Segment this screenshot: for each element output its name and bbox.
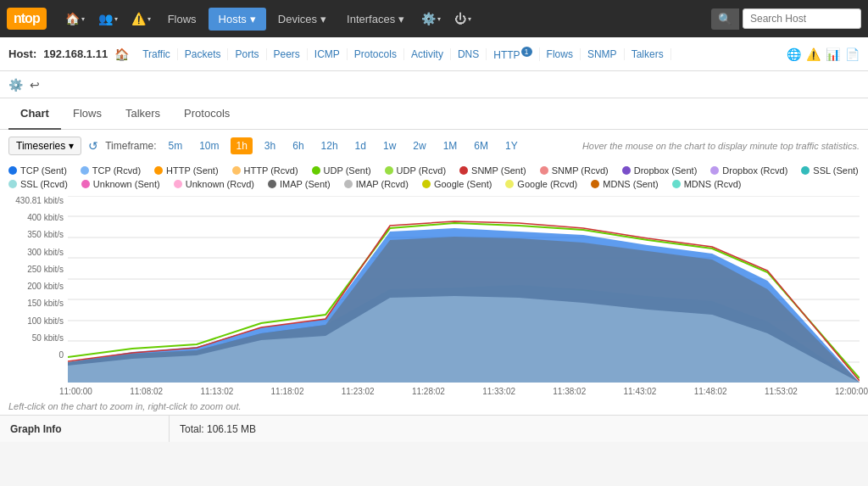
chart-svg-container[interactable] [68,196,860,385]
time-btn-6h[interactable]: 6h [287,137,309,154]
gear-icon[interactable]: ⚙️ [8,78,23,92]
x-axis-labels: 11:00:0011:08:0211:13:0211:18:0211:23:02… [59,385,868,398]
search-button[interactable]: 🔍 [711,8,739,30]
host-nav-packets[interactable]: Packets [178,48,229,60]
graph-info-value: Total: 106.15 MB [170,423,266,435]
nav-flows-link[interactable]: Flows [159,8,205,31]
x-axis-label: 11:33:02 [482,387,515,396]
time-btn-2w[interactable]: 2w [408,137,431,154]
host-nav-talkers[interactable]: Talkers [625,48,671,60]
chart-hint: Hover the mouse on the chart to display … [582,141,860,151]
legend-item: SNMP (Sent) [459,165,526,176]
x-axis-label: 11:38:02 [553,387,586,396]
chart-area[interactable]: 430.81 kbit/s400 kbit/s350 kbit/s300 kbi… [0,196,868,385]
legend-item: UDP (Sent) [312,165,371,176]
chart-icon[interactable]: 📊 [826,47,840,61]
search-input[interactable] [743,8,861,29]
back-icon[interactable]: ↩ [30,78,40,92]
time-btn-1Y[interactable]: 1Y [500,137,523,154]
host-nav-ports[interactable]: Ports [228,48,266,60]
legend-item: SSL (Rcvd) [8,179,68,189]
legend-item: IMAP (Sent) [268,179,331,189]
y-axis-label: 200 kbit/s [27,282,64,291]
time-btn-10m[interactable]: 10m [194,137,224,154]
tabs: Chart Flows Talkers Protocols [0,98,868,130]
y-axis-labels: 430.81 kbit/s400 kbit/s350 kbit/s300 kbi… [8,196,64,360]
legend-item: Unknown (Rcvd) [174,179,254,189]
time-btn-1d[interactable]: 1d [350,137,371,154]
y-axis-label: 430.81 kbit/s [15,196,64,205]
y-axis-label: 100 kbit/s [27,316,64,326]
host-ip: 192.168.1.11 [43,47,108,60]
legend-item: HTTP (Sent) [154,165,219,176]
doc-icon[interactable]: 📄 [845,47,860,61]
time-btn-5m[interactable]: 5m [163,137,187,154]
ntop-logo: ntop [7,8,47,30]
tab-chart[interactable]: Chart [8,98,61,130]
nav-power-btn[interactable]: ⏻ ▾ [449,8,476,29]
x-axis-label: 11:48:02 [694,387,727,396]
chart-footer: Left-click on the chart to zoom in, righ… [0,398,868,415]
host-nav-peers[interactable]: Peers [267,48,308,60]
x-axis-label: 11:53:02 [765,387,798,396]
legend-item: MDNS (Sent) [591,179,658,189]
legend-item: Google (Sent) [422,179,492,189]
y-axis-label: 350 kbit/s [27,230,64,239]
x-axis-label: 11:00:00 [59,387,92,396]
host-icons-right: 🌐 ⚠️ 📊 📄 [787,47,860,61]
x-axis-label: 12:00:00 [835,387,868,396]
nav-alerts-btn[interactable]: ⚠️ ▾ [126,8,156,29]
nav-users-btn[interactable]: 👥 ▾ [93,8,123,29]
nav-home-btn[interactable]: 🏠 ▾ [60,8,90,29]
host-nav-traffic[interactable]: Traffic [136,48,178,60]
home-icon[interactable]: 🏠 [114,47,129,61]
legend-item: Dropbox (Sent) [622,165,698,176]
time-btn-1h[interactable]: 1h [231,137,252,154]
tab-protocols[interactable]: Protocols [172,98,242,130]
host-nav-protocols[interactable]: Protocols [348,48,404,60]
tab-flows[interactable]: Flows [61,98,114,130]
y-axis-label: 150 kbit/s [27,299,64,308]
legend-item: HTTP (Rcvd) [232,165,298,176]
host-nav-snmp[interactable]: SNMP [581,48,625,60]
legend-item: Dropbox (Rcvd) [710,165,787,176]
host-nav-icmp[interactable]: ICMP [308,48,348,60]
x-axis-label: 11:23:02 [342,387,375,396]
y-axis-label: 400 kbit/s [27,213,64,222]
legend-item: Google (Rcvd) [505,179,577,189]
host-nav-http[interactable]: HTTP1 [487,47,539,61]
globe-icon[interactable]: 🌐 [787,47,801,61]
x-axis-label: 11:28:02 [412,387,445,396]
x-axis-label: 11:18:02 [271,387,304,396]
y-axis-label: 250 kbit/s [27,265,64,274]
nav-devices-link[interactable]: Devices ▾ [270,8,335,31]
y-axis-label: 50 kbit/s [32,333,64,343]
chart-svg[interactable] [68,196,860,383]
tab-talkers[interactable]: Talkers [114,98,172,130]
host-nav-flows[interactable]: Flows [540,48,581,60]
host-nav-activity[interactable]: Activity [404,48,451,60]
legend: TCP (Sent)TCP (Rcvd)HTTP (Sent)HTTP (Rcv… [0,162,868,196]
time-btn-1M[interactable]: 1M [438,137,463,154]
chart-controls: Timeseries ▾ ↺ Timeframe: 5m 10m 1h 3h 6… [0,130,868,162]
nav-interfaces-link[interactable]: Interfaces ▾ [338,8,413,31]
timeseries-dropdown[interactable]: Timeseries ▾ [8,137,81,155]
nav-settings-btn[interactable]: ⚙️ ▾ [416,8,446,29]
host-label: Host: [8,47,36,60]
timeframe-label: Timeframe: [105,140,156,152]
nav-hosts-link[interactable]: Hosts ▾ [209,8,266,31]
time-btn-12h[interactable]: 12h [316,137,343,154]
legend-item: SSL (Sent) [801,165,858,176]
time-btn-6M[interactable]: 6M [469,137,493,154]
host-nav-dns[interactable]: DNS [451,48,487,60]
legend-item: TCP (Sent) [8,165,67,176]
reset-zoom-btn[interactable]: ↺ [88,139,98,153]
legend-item: SNMP (Rcvd) [540,165,609,176]
x-axis-label: 11:13:02 [200,387,233,396]
y-axis-label: 300 kbit/s [27,248,64,257]
legend-item: TCP (Rcvd) [81,165,141,176]
alert-icon[interactable]: ⚠️ [806,47,821,61]
time-btn-3h[interactable]: 3h [259,137,281,154]
time-btn-1w[interactable]: 1w [378,137,401,154]
graph-info-label: Graph Info [0,416,170,442]
